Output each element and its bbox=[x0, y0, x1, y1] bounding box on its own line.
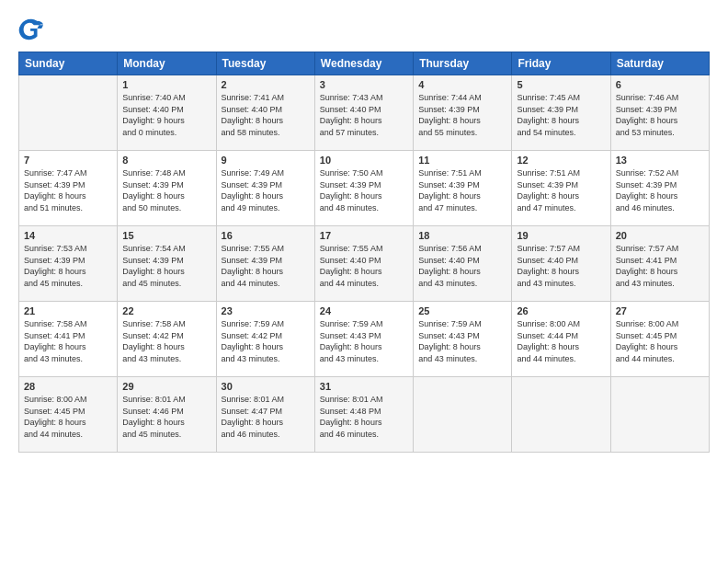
day-number: 13 bbox=[616, 155, 704, 166]
calendar-cell: 15Sunrise: 7:54 AM Sunset: 4:39 PM Dayli… bbox=[118, 226, 216, 302]
day-info: Sunrise: 7:59 AM Sunset: 4:43 PM Dayligh… bbox=[418, 318, 506, 364]
day-number: 4 bbox=[418, 79, 506, 90]
day-number: 19 bbox=[517, 230, 605, 241]
calendar-cell: 24Sunrise: 7:59 AM Sunset: 4:43 PM Dayli… bbox=[314, 302, 413, 377]
calendar-cell: 27Sunrise: 8:00 AM Sunset: 4:45 PM Dayli… bbox=[610, 302, 709, 377]
day-info: Sunrise: 7:55 AM Sunset: 4:40 PM Dayligh… bbox=[320, 243, 408, 289]
calendar-cell: 8Sunrise: 7:48 AM Sunset: 4:39 PM Daylig… bbox=[118, 151, 216, 226]
calendar-cell: 22Sunrise: 7:58 AM Sunset: 4:42 PM Dayli… bbox=[118, 302, 216, 377]
calendar-cell: 4Sunrise: 7:44 AM Sunset: 4:39 PM Daylig… bbox=[414, 75, 512, 151]
day-number: 9 bbox=[222, 155, 310, 166]
day-number: 6 bbox=[616, 79, 704, 90]
calendar-cell: 2Sunrise: 7:41 AM Sunset: 4:40 PM Daylig… bbox=[216, 75, 314, 151]
day-info: Sunrise: 7:53 AM Sunset: 4:39 PM Dayligh… bbox=[24, 243, 112, 289]
day-info: Sunrise: 7:59 AM Sunset: 4:42 PM Dayligh… bbox=[222, 318, 310, 364]
day-info: Sunrise: 7:46 AM Sunset: 4:39 PM Dayligh… bbox=[616, 92, 704, 138]
day-number: 21 bbox=[24, 305, 112, 316]
calendar-cell: 3Sunrise: 7:43 AM Sunset: 4:40 PM Daylig… bbox=[314, 75, 413, 151]
day-number: 12 bbox=[517, 155, 605, 166]
day-info: Sunrise: 7:51 AM Sunset: 4:39 PM Dayligh… bbox=[517, 167, 605, 213]
calendar: SundayMondayTuesdayWednesdayThursdayFrid… bbox=[18, 52, 710, 453]
calendar-cell: 10Sunrise: 7:50 AM Sunset: 4:39 PM Dayli… bbox=[314, 151, 413, 226]
day-number: 23 bbox=[222, 305, 310, 316]
calendar-cell: 11Sunrise: 7:51 AM Sunset: 4:39 PM Dayli… bbox=[414, 151, 512, 226]
day-info: Sunrise: 8:01 AM Sunset: 4:48 PM Dayligh… bbox=[320, 394, 408, 440]
day-info: Sunrise: 8:00 AM Sunset: 4:45 PM Dayligh… bbox=[616, 318, 704, 364]
calendar-header-friday: Friday bbox=[512, 52, 610, 75]
calendar-week-2: 7Sunrise: 7:47 AM Sunset: 4:39 PM Daylig… bbox=[19, 151, 710, 226]
calendar-week-1: 1Sunrise: 7:40 AM Sunset: 4:40 PM Daylig… bbox=[19, 75, 710, 151]
day-info: Sunrise: 7:50 AM Sunset: 4:39 PM Dayligh… bbox=[320, 167, 408, 213]
calendar-header-thursday: Thursday bbox=[414, 52, 512, 75]
day-info: Sunrise: 7:44 AM Sunset: 4:39 PM Dayligh… bbox=[418, 92, 506, 138]
day-number: 1 bbox=[122, 79, 210, 90]
day-number: 16 bbox=[222, 230, 310, 241]
calendar-cell bbox=[512, 377, 610, 453]
calendar-cell: 9Sunrise: 7:49 AM Sunset: 4:39 PM Daylig… bbox=[216, 151, 314, 226]
calendar-cell: 31Sunrise: 8:01 AM Sunset: 4:48 PM Dayli… bbox=[314, 377, 413, 453]
calendar-cell: 5Sunrise: 7:45 AM Sunset: 4:39 PM Daylig… bbox=[512, 75, 610, 151]
day-info: Sunrise: 7:41 AM Sunset: 4:40 PM Dayligh… bbox=[222, 92, 310, 138]
day-info: Sunrise: 7:48 AM Sunset: 4:39 PM Dayligh… bbox=[122, 167, 210, 213]
page: SundayMondayTuesdayWednesdayThursdayFrid… bbox=[0, 0, 728, 563]
day-info: Sunrise: 7:56 AM Sunset: 4:40 PM Dayligh… bbox=[418, 243, 506, 289]
day-info: Sunrise: 7:51 AM Sunset: 4:39 PM Dayligh… bbox=[418, 167, 506, 213]
day-number: 31 bbox=[320, 381, 408, 392]
calendar-header-wednesday: Wednesday bbox=[314, 52, 413, 75]
calendar-cell: 17Sunrise: 7:55 AM Sunset: 4:40 PM Dayli… bbox=[314, 226, 413, 302]
day-number: 14 bbox=[24, 230, 112, 241]
calendar-cell: 7Sunrise: 7:47 AM Sunset: 4:39 PM Daylig… bbox=[19, 151, 118, 226]
day-info: Sunrise: 8:01 AM Sunset: 4:47 PM Dayligh… bbox=[222, 394, 310, 440]
day-number: 17 bbox=[320, 230, 408, 241]
calendar-cell: 29Sunrise: 8:01 AM Sunset: 4:46 PM Dayli… bbox=[118, 377, 216, 453]
day-number: 10 bbox=[320, 155, 408, 166]
day-info: Sunrise: 7:43 AM Sunset: 4:40 PM Dayligh… bbox=[320, 92, 408, 138]
day-info: Sunrise: 7:49 AM Sunset: 4:39 PM Dayligh… bbox=[222, 167, 310, 213]
logo-icon bbox=[18, 17, 44, 42]
day-info: Sunrise: 8:00 AM Sunset: 4:45 PM Dayligh… bbox=[24, 394, 112, 440]
day-number: 28 bbox=[24, 381, 112, 392]
calendar-cell: 21Sunrise: 7:58 AM Sunset: 4:41 PM Dayli… bbox=[19, 302, 118, 377]
day-info: Sunrise: 7:57 AM Sunset: 4:40 PM Dayligh… bbox=[517, 243, 605, 289]
day-number: 22 bbox=[122, 305, 210, 316]
calendar-cell: 20Sunrise: 7:57 AM Sunset: 4:41 PM Dayli… bbox=[610, 226, 709, 302]
day-number: 5 bbox=[517, 79, 605, 90]
calendar-cell: 6Sunrise: 7:46 AM Sunset: 4:39 PM Daylig… bbox=[610, 75, 709, 151]
day-info: Sunrise: 7:54 AM Sunset: 4:39 PM Dayligh… bbox=[122, 243, 210, 289]
day-number: 25 bbox=[418, 305, 506, 316]
day-number: 7 bbox=[24, 155, 112, 166]
day-info: Sunrise: 7:40 AM Sunset: 4:40 PM Dayligh… bbox=[122, 92, 210, 138]
calendar-cell: 12Sunrise: 7:51 AM Sunset: 4:39 PM Dayli… bbox=[512, 151, 610, 226]
calendar-cell: 14Sunrise: 7:53 AM Sunset: 4:39 PM Dayli… bbox=[19, 226, 118, 302]
day-number: 11 bbox=[418, 155, 506, 166]
calendar-cell: 28Sunrise: 8:00 AM Sunset: 4:45 PM Dayli… bbox=[19, 377, 118, 453]
day-number: 3 bbox=[320, 79, 408, 90]
calendar-cell bbox=[414, 377, 512, 453]
calendar-cell bbox=[610, 377, 709, 453]
calendar-cell: 19Sunrise: 7:57 AM Sunset: 4:40 PM Dayli… bbox=[512, 226, 610, 302]
day-info: Sunrise: 7:59 AM Sunset: 4:43 PM Dayligh… bbox=[320, 318, 408, 364]
day-number: 20 bbox=[616, 230, 704, 241]
calendar-cell: 16Sunrise: 7:55 AM Sunset: 4:39 PM Dayli… bbox=[216, 226, 314, 302]
day-info: Sunrise: 7:52 AM Sunset: 4:39 PM Dayligh… bbox=[616, 167, 704, 213]
day-number: 15 bbox=[122, 230, 210, 241]
header bbox=[18, 17, 710, 42]
day-info: Sunrise: 8:00 AM Sunset: 4:44 PM Dayligh… bbox=[517, 318, 605, 364]
calendar-cell bbox=[19, 75, 118, 151]
calendar-header-saturday: Saturday bbox=[610, 52, 709, 75]
day-number: 18 bbox=[418, 230, 506, 241]
calendar-cell: 13Sunrise: 7:52 AM Sunset: 4:39 PM Dayli… bbox=[610, 151, 709, 226]
calendar-cell: 18Sunrise: 7:56 AM Sunset: 4:40 PM Dayli… bbox=[414, 226, 512, 302]
logo bbox=[18, 17, 48, 42]
calendar-cell: 23Sunrise: 7:59 AM Sunset: 4:42 PM Dayli… bbox=[216, 302, 314, 377]
day-number: 2 bbox=[222, 79, 310, 90]
calendar-cell: 1Sunrise: 7:40 AM Sunset: 4:40 PM Daylig… bbox=[118, 75, 216, 151]
day-number: 24 bbox=[320, 305, 408, 316]
day-info: Sunrise: 7:47 AM Sunset: 4:39 PM Dayligh… bbox=[24, 167, 112, 213]
calendar-cell: 30Sunrise: 8:01 AM Sunset: 4:47 PM Dayli… bbox=[216, 377, 314, 453]
calendar-cell: 25Sunrise: 7:59 AM Sunset: 4:43 PM Dayli… bbox=[414, 302, 512, 377]
calendar-header-monday: Monday bbox=[118, 52, 216, 75]
day-info: Sunrise: 7:58 AM Sunset: 4:42 PM Dayligh… bbox=[122, 318, 210, 364]
calendar-week-4: 21Sunrise: 7:58 AM Sunset: 4:41 PM Dayli… bbox=[19, 302, 710, 377]
day-number: 26 bbox=[517, 305, 605, 316]
